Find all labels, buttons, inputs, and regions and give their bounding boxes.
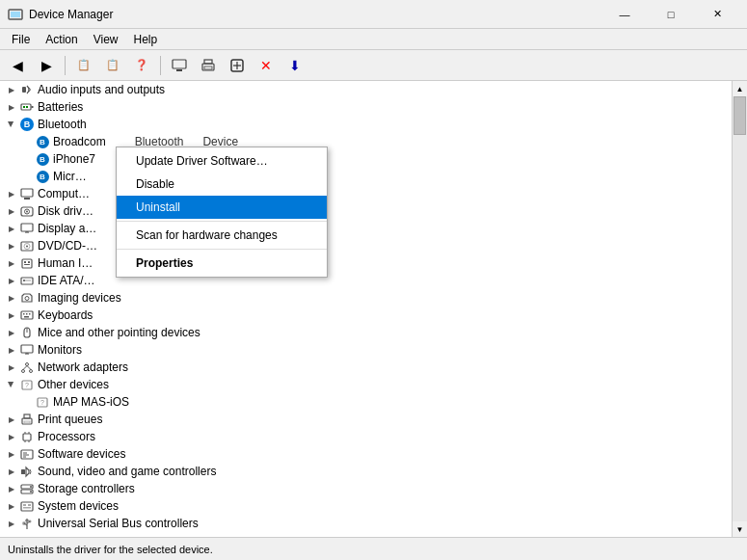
ctx-disable[interactable]: Disable: [117, 173, 327, 196]
scroll-track[interactable]: [733, 96, 747, 521]
ctx-update-driver[interactable]: Update Driver Software…: [117, 149, 327, 173]
tree-item-keyboards[interactable]: ▶ Keyboards: [0, 307, 732, 324]
tree-item-dvd[interactable]: ▶ DVD/CD-…: [0, 237, 732, 254]
svg-rect-54: [24, 421, 30, 423]
svg-rect-5: [204, 60, 212, 64]
svg-rect-26: [22, 259, 32, 268]
toolbar-help[interactable]: ❓: [128, 53, 155, 78]
tree-item-human[interactable]: ▶ Human I…: [0, 254, 732, 272]
menu-help[interactable]: Help: [126, 31, 166, 48]
tree-item-mice[interactable]: ▶ Mice and other pointing devices: [0, 324, 732, 341]
svg-rect-70: [23, 504, 26, 506]
scrollbar-right[interactable]: ▲ ▼: [732, 81, 747, 537]
icon-imaging: [19, 290, 35, 306]
tree-item-ide[interactable]: ▶ IDE ATA/…: [0, 272, 732, 289]
svg-rect-13: [23, 106, 25, 108]
toolbar-uninstall[interactable]: ✕: [253, 53, 280, 78]
toolbar-print[interactable]: [195, 53, 222, 78]
tree-item-audio[interactable]: ▶ Audio inputs and outputs: [0, 81, 732, 98]
icon-audio: [19, 82, 35, 97]
arrow-keyboards: ▶: [4, 307, 19, 323]
tree-item-other[interactable]: ▶ ? Other devices: [0, 376, 732, 393]
ctx-properties[interactable]: Properties: [117, 252, 327, 275]
label-print: Print queues: [38, 413, 102, 426]
svg-rect-64: [21, 469, 25, 474]
svg-rect-27: [24, 261, 26, 263]
maximize-button[interactable]: □: [649, 5, 693, 24]
toolbar-monitor[interactable]: [166, 53, 193, 78]
icon-storage: [19, 481, 35, 496]
tree-item-bluetooth[interactable]: ▶ B Bluetooth: [0, 116, 732, 133]
tree-panel[interactable]: ▶ Audio inputs and outputs ▶: [0, 81, 732, 537]
tree-item-processors[interactable]: ▶ Processors: [0, 428, 732, 445]
ctx-scan[interactable]: Scan for hardware changes: [117, 224, 327, 247]
icon-batteries: [19, 99, 35, 115]
tree-item-computers[interactable]: ▶ Comput…: [0, 185, 732, 202]
svg-rect-20: [21, 224, 33, 231]
scroll-up[interactable]: ▲: [733, 81, 748, 96]
label-disk: Disk driv…: [38, 204, 93, 218]
arrow-print: ▶: [4, 412, 19, 427]
toolbar-scan[interactable]: [224, 53, 251, 78]
icon-monitors: [19, 342, 35, 358]
ctx-uninstall[interactable]: Uninstall: [117, 196, 327, 219]
label-audio: Audio inputs and outputs: [38, 83, 165, 96]
label-dvd: DVD/CD-…: [38, 239, 97, 253]
scroll-down[interactable]: ▼: [733, 521, 748, 537]
tree-item-display[interactable]: ▶ Display a…: [0, 220, 732, 237]
app-icon: [8, 7, 23, 22]
titlebar: Device Manager — □ ✕: [0, 0, 747, 29]
label-system: System devices: [38, 499, 119, 513]
toolbar-forward[interactable]: ▶: [33, 53, 60, 78]
tree-item-usb[interactable]: ▶ Universal Serial Bus controllers: [0, 515, 732, 532]
label-bluetooth: Bluetooth: [38, 118, 87, 131]
svg-point-25: [26, 245, 28, 247]
label-broadcom: Broadcom: [53, 135, 106, 148]
tree-item-monitors[interactable]: ▶ Monitors: [0, 341, 732, 359]
tree-item-map-mas[interactable]: ▶ ? MAP MAS-iOS: [0, 393, 732, 411]
label-imaging: Imaging devices: [38, 291, 121, 305]
label-software: Software devices: [38, 447, 125, 461]
tree-item-network[interactable]: ▶ Network adapters: [0, 359, 732, 376]
toolbar-download[interactable]: ⬇: [281, 53, 308, 78]
icon-iphone7: B: [35, 151, 50, 167]
context-menu: Update Driver Software… Disable Uninstal…: [116, 147, 328, 278]
label-map-mas: MAP MAS-iOS: [53, 395, 129, 409]
tree-item-micro[interactable]: ▶ B Micr…: [0, 168, 732, 185]
svg-rect-2: [173, 60, 186, 68]
tree-item-print[interactable]: ▶ Print queues: [0, 411, 732, 428]
scroll-thumb[interactable]: [734, 96, 746, 135]
toolbar-back[interactable]: ◀: [4, 53, 31, 78]
tree-item-iphone7[interactable]: ▶ B iPhone7: [0, 150, 732, 168]
tree-item-imaging[interactable]: ▶ Imaging devices: [0, 289, 732, 307]
svg-rect-3: [176, 69, 182, 71]
svg-rect-55: [23, 434, 31, 440]
tree-item-batteries[interactable]: ▶ Batteries: [0, 98, 732, 116]
tree-item-sound[interactable]: ▶ Sound, video and game controllers: [0, 463, 732, 480]
tree-item-software[interactable]: ▶ Software devices: [0, 445, 732, 463]
tree-item-storage[interactable]: ▶ Storage controllers: [0, 480, 732, 497]
label-storage: Storage controllers: [38, 482, 135, 495]
status-text: Uninstalls the driver for the selected d…: [8, 544, 213, 555]
close-button[interactable]: ✕: [695, 5, 739, 24]
tree-item-system[interactable]: ▶ System devices: [0, 497, 732, 515]
svg-rect-6: [204, 67, 212, 69]
minimize-button[interactable]: —: [602, 5, 647, 24]
icon-system: [19, 498, 35, 514]
menu-view[interactable]: View: [86, 31, 126, 48]
svg-rect-71: [28, 504, 31, 506]
label-keyboards: Keyboards: [38, 308, 93, 322]
menu-file[interactable]: File: [4, 31, 38, 48]
toolbar-properties[interactable]: 📋: [70, 53, 97, 78]
svg-text:?: ?: [40, 399, 44, 406]
icon-broadcom: B: [35, 134, 50, 149]
ctx-separator: [117, 221, 327, 222]
toolbar-update[interactable]: 📋: [99, 53, 126, 78]
tree-item-disk[interactable]: ▶ Disk driv…: [0, 202, 732, 220]
icon-keyboards: [19, 307, 35, 323]
label-mice: Mice and other pointing devices: [38, 326, 200, 339]
menubar: File Action View Help: [0, 29, 747, 50]
arrow-human: ▶: [4, 255, 19, 271]
menu-action[interactable]: Action: [38, 31, 85, 48]
tree-item-broadcom[interactable]: ▶ B Broadcom Bluetooth Device: [0, 133, 732, 150]
